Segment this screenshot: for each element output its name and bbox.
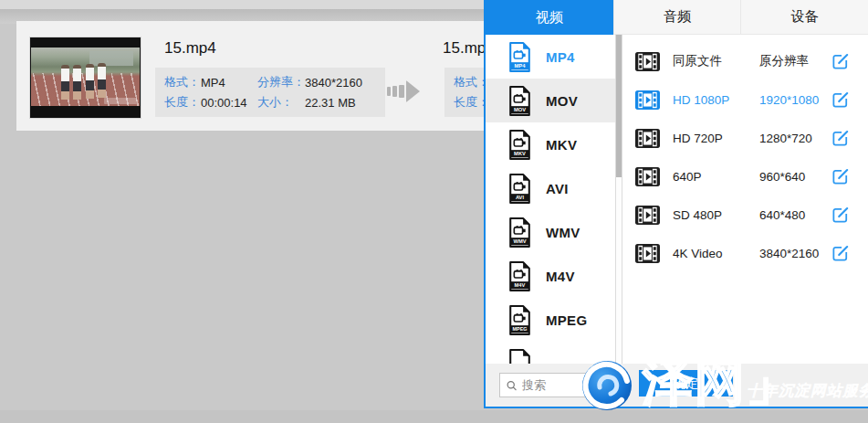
format-label: 格式：	[164, 74, 201, 90]
format-item-label: MOV	[546, 93, 578, 109]
resolution-label: 分辨率：	[257, 74, 305, 90]
file-type-icon: MPEG	[507, 304, 532, 336]
edit-preset-button[interactable]	[831, 129, 850, 148]
format-item-mp4[interactable]: MP4 MP4	[486, 35, 615, 79]
format-item-label: MPEG	[546, 312, 587, 328]
video-thumbnail	[29, 37, 141, 119]
film-strip-icon	[635, 244, 660, 263]
duration-label: 长度：	[164, 94, 201, 111]
file-type-icon: M4V	[507, 260, 532, 292]
format-list-scrollbar[interactable]	[615, 35, 622, 364]
preset-name: 同原文件	[673, 53, 759, 69]
preset-row-hd720p[interactable]: HD 720P 1280*720	[622, 119, 868, 157]
preset-resolution: 640*480	[759, 208, 831, 222]
format-item-m4v[interactable]: M4V M4V	[486, 254, 615, 298]
preset-resolution: 1920*1080	[759, 93, 831, 107]
film-strip-icon	[635, 167, 660, 186]
edit-icon	[831, 206, 850, 225]
popup-footer: 确定	[486, 364, 868, 407]
film-strip-icon	[635, 52, 660, 71]
confirm-button[interactable]: 确定	[639, 370, 733, 397]
edit-icon	[831, 129, 850, 148]
size-value: 22.31 MB	[305, 96, 385, 110]
preset-row-original[interactable]: 同原文件 原分辨率	[622, 42, 868, 80]
svg-text:WMV: WMV	[513, 238, 526, 244]
film-strip-icon	[635, 129, 660, 148]
popup-body: MP4 MP4 MOV MOV	[486, 35, 868, 364]
preset-resolution: 3840*2160	[759, 247, 831, 260]
tab-device[interactable]: 设备	[740, 0, 868, 35]
film-strip-icon	[635, 90, 660, 110]
format-item-mpeg[interactable]: MPEG MPEG	[486, 298, 615, 342]
search-box[interactable]	[499, 373, 602, 397]
file-type-icon: MP4	[507, 41, 532, 73]
edit-preset-button[interactable]	[831, 244, 850, 263]
format-item-label: WMV	[546, 225, 580, 240]
svg-text:MOV: MOV	[514, 107, 526, 112]
preset-resolution: 960*640	[759, 170, 831, 184]
file-type-icon: AVI	[507, 173, 532, 205]
source-file-title: 15.mp4	[164, 39, 216, 58]
edit-preset-button[interactable]	[831, 206, 850, 225]
file-type-icon: MOV	[507, 85, 532, 117]
thumbnail-person	[98, 63, 106, 98]
popup-tabs: 视频 音频 设备	[486, 0, 868, 35]
preset-panel: 同原文件 原分辨率	[622, 35, 868, 364]
format-item-partial[interactable]	[486, 342, 615, 364]
edit-preset-button[interactable]	[831, 90, 850, 110]
edit-preset-button[interactable]	[831, 52, 850, 71]
resolution-value: 3840*2160	[305, 76, 385, 90]
preset-resolution: 1280*720	[759, 132, 831, 145]
thumbnail-person	[86, 64, 94, 99]
format-item-label: MP4	[546, 49, 575, 65]
duration-value: 00:00:14	[201, 96, 257, 110]
convert-arrow-icon	[387, 80, 424, 102]
thumbnail-building	[89, 51, 133, 67]
source-file-info: 格式： MP4 分辨率： 3840*2160 长度： 00:00:14 大小： …	[155, 68, 385, 117]
search-icon	[506, 378, 518, 393]
thumbnail-watermark	[104, 98, 137, 104]
file-type-icon: WMV	[507, 217, 532, 249]
edit-preset-button[interactable]	[831, 167, 850, 186]
file-type-icon: MKV	[507, 129, 532, 161]
svg-text:MKV: MKV	[514, 151, 526, 156]
scrollbar-thumb[interactable]	[616, 35, 622, 177]
edit-icon	[831, 52, 850, 71]
preset-row-sd480p[interactable]: SD 480P 640*480	[622, 196, 868, 234]
edit-icon	[831, 244, 850, 263]
size-label: 大小：	[257, 94, 305, 111]
window-bottom-strip	[0, 410, 868, 423]
format-item-mov[interactable]: MOV MOV	[486, 79, 615, 122]
file-type-icon	[507, 348, 532, 365]
thumbnail-person	[73, 65, 81, 100]
format-list: MP4 MP4 MOV MOV	[486, 35, 615, 364]
format-item-mkv[interactable]: MKV MKV	[486, 122, 615, 166]
format-item-label: AVI	[546, 181, 569, 196]
format-value: MP4	[201, 76, 257, 90]
app-window: 15.mp4 格式： MP4 分辨率： 3840*2160 长度： 00:00:…	[0, 0, 868, 423]
output-format-popup: 视频 音频 设备 MP4 MP4	[484, 0, 868, 408]
preset-name: SD 480P	[673, 208, 759, 222]
film-strip-icon	[635, 206, 660, 225]
preset-name: 640P	[673, 170, 759, 184]
edit-icon	[831, 167, 850, 186]
tab-audio[interactable]: 音频	[613, 0, 741, 35]
preset-resolution: 原分辨率	[759, 53, 831, 69]
tab-video[interactable]: 视频	[486, 0, 613, 35]
format-item-avi[interactable]: AVI AVI	[486, 166, 615, 210]
format-item-wmv[interactable]: WMV WMV	[486, 210, 615, 254]
svg-text:M4V: M4V	[515, 282, 526, 288]
preset-name: HD 1080P	[673, 93, 759, 107]
preset-row-hd1080p[interactable]: HD 1080P 1920*1080	[622, 80, 868, 119]
preset-name: 4K Video	[673, 247, 759, 260]
edit-icon	[831, 90, 850, 110]
preset-row-4k[interactable]: 4K Video 3840*2160	[622, 234, 868, 272]
thumbnail-person	[61, 65, 69, 100]
svg-text:AVI: AVI	[516, 195, 525, 200]
svg-text:MP4: MP4	[515, 63, 527, 69]
format-item-label: MKV	[546, 137, 577, 153]
search-input[interactable]	[522, 378, 596, 392]
preset-name: HD 720P	[673, 132, 759, 145]
svg-text:MPEG: MPEG	[512, 326, 527, 332]
preset-row-640p[interactable]: 640P 960*640	[622, 157, 868, 196]
